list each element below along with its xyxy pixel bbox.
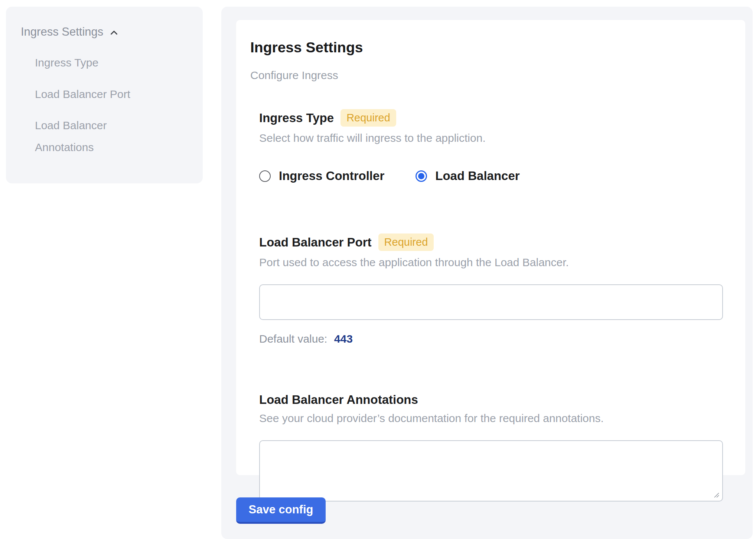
default-value-label: Default value: xyxy=(259,333,327,345)
sidebar-item-load-balancer-port[interactable]: Load Balancer Port xyxy=(35,84,154,105)
load-balancer-annotations-label: Load Balancer Annotations xyxy=(259,393,418,407)
ingress-type-description: Select how traffic will ingress to the a… xyxy=(259,132,723,144)
load-balancer-annotations-textarea[interactable] xyxy=(259,440,723,502)
load-balancer-port-input[interactable] xyxy=(259,284,723,320)
default-value: 443 xyxy=(334,333,353,345)
ingress-type-label: Ingress Type xyxy=(259,111,334,125)
load-balancer-port-label: Load Balancer Port xyxy=(259,235,372,249)
load-balancer-port-description: Port used to access the application thro… xyxy=(259,256,723,269)
load-balancer-annotations-description: See your cloud provider’s documentation … xyxy=(259,412,723,425)
sidebar-item-ingress-type[interactable]: Ingress Type xyxy=(35,52,154,74)
annotations-textarea-wrap xyxy=(259,440,723,502)
radio-icon xyxy=(416,170,427,182)
save-config-button[interactable]: Save config xyxy=(236,497,326,524)
section-load-balancer-annotations: Load Balancer Annotations See your cloud… xyxy=(259,393,723,502)
form-sections: Ingress Type Required Select how traffic… xyxy=(250,109,730,502)
default-value-line: Default value: 443 xyxy=(259,333,723,345)
sidebar-group-ingress-settings[interactable]: Ingress Settings xyxy=(21,25,188,39)
load-balancer-option-label: Load Balancer xyxy=(435,169,519,183)
sidebar-group-label: Ingress Settings xyxy=(21,25,103,39)
radio-icon xyxy=(259,170,271,182)
ingress-type-radio-group: Ingress Controller Load Balancer xyxy=(259,169,723,183)
page-title: Ingress Settings xyxy=(250,39,730,56)
required-badge: Required xyxy=(340,109,396,127)
page-subtitle: Configure Ingress xyxy=(250,69,730,82)
ingress-controller-option[interactable]: Ingress Controller xyxy=(259,169,384,183)
load-balancer-option[interactable]: Load Balancer xyxy=(416,169,519,183)
ingress-controller-option-label: Ingress Controller xyxy=(279,169,384,183)
ingress-settings-card: Ingress Settings Configure Ingress Ingre… xyxy=(236,20,745,475)
required-badge: Required xyxy=(378,233,434,251)
sidebar-item-load-balancer-annotations[interactable]: Load Balancer Annotations xyxy=(35,115,154,158)
section-load-balancer-port: Load Balancer Port Required Port used to… xyxy=(259,233,723,345)
sidebar: Ingress Settings Ingress Type Load Balan… xyxy=(6,7,203,183)
chevron-up-icon xyxy=(108,27,120,38)
sidebar-items: Ingress Type Load Balancer Port Load Bal… xyxy=(35,52,188,158)
resize-handle-icon[interactable] xyxy=(713,491,720,499)
main-panel: Ingress Settings Configure Ingress Ingre… xyxy=(221,7,753,539)
section-ingress-type: Ingress Type Required Select how traffic… xyxy=(259,109,723,183)
